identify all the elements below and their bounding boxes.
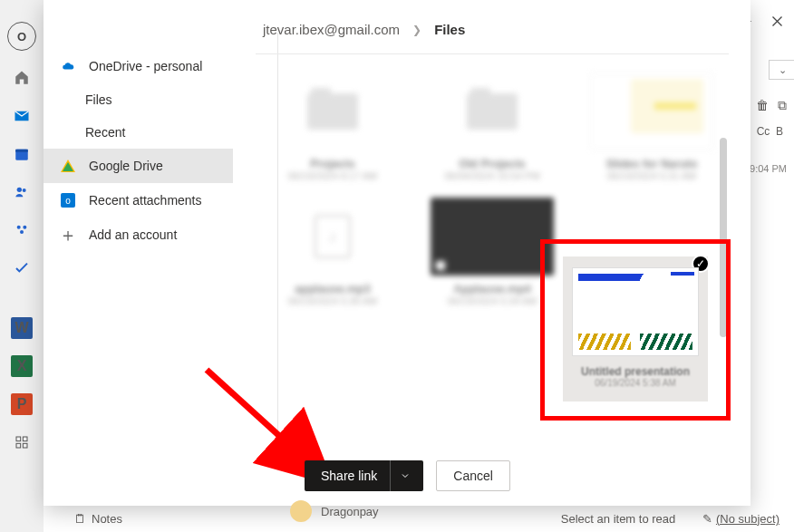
list-item-dragonpay[interactable]: Dragonpay xyxy=(290,500,379,522)
edit-icon[interactable]: ✎ xyxy=(702,512,712,526)
sidebar-item-add-account[interactable]: ＋ Add an account xyxy=(44,218,233,252)
sidebar-item-label: Recent attachments xyxy=(89,193,202,208)
sidebar-item-files[interactable]: Files xyxy=(44,83,233,116)
file-tile[interactable]: Old Projects 06/04/2024 10:54 PM xyxy=(419,73,566,181)
breadcrumb: jtevar.ibex@gmail.com ❯ Files xyxy=(256,0,729,54)
plus-icon: ＋ xyxy=(60,227,76,243)
svg-rect-10 xyxy=(23,443,27,448)
svg-point-2 xyxy=(17,188,22,192)
word-icon[interactable]: W xyxy=(11,317,33,339)
svg-rect-8 xyxy=(23,437,27,441)
sidebar-item-label: Recent xyxy=(85,125,125,140)
file-name: Applause.mp4 xyxy=(453,283,530,295)
cloud-icon xyxy=(60,58,76,74)
chevron-right-icon: ❯ xyxy=(412,24,421,36)
sidebar-item-google-drive[interactable]: Google Drive xyxy=(44,149,233,183)
more-apps-icon[interactable] xyxy=(11,431,33,453)
slides-thumb-icon xyxy=(590,73,713,150)
file-tile[interactable]: Projects 06/19/2024 8:17 AM xyxy=(259,73,406,181)
cancel-button[interactable]: Cancel xyxy=(436,460,510,491)
notes-icon[interactable]: 🗒 xyxy=(74,512,86,526)
home-icon[interactable] xyxy=(11,67,33,89)
avatar xyxy=(290,500,312,522)
breadcrumb-account[interactable]: jtevar.ibex@gmail.com xyxy=(263,22,400,37)
sidebar-item-recent[interactable]: Recent xyxy=(44,116,233,149)
highlighted-selection-annotation: ✓ Untitled presentation 06/19/2024 5:38 … xyxy=(540,239,731,421)
file-meta: 06/19/2024 5:34 AM xyxy=(448,295,537,306)
select-item-hint: Select an item to read xyxy=(561,512,675,526)
file-tile-selected[interactable]: ✓ Untitled presentation 06/19/2024 5:38 … xyxy=(563,256,708,401)
popout-icon[interactable]: ⧉ xyxy=(778,98,787,113)
powerpoint-icon[interactable]: P xyxy=(11,393,33,415)
file-name: Slides for Naruto xyxy=(606,158,698,170)
file-name: applause.mp3 xyxy=(295,283,370,295)
sidebar-item-label: Google Drive xyxy=(89,159,163,173)
svg-point-4 xyxy=(17,226,21,229)
svg-point-6 xyxy=(20,230,24,234)
google-drive-icon xyxy=(60,158,76,174)
sidebar-item-label: OneDrive - personal xyxy=(89,59,202,73)
share-link-button[interactable]: Share link xyxy=(305,460,423,491)
dialog-footer: Share link Cancel xyxy=(305,460,510,491)
file-tile[interactable]: ♪ applause.mp3 06/19/2024 5:36 AM xyxy=(259,198,406,306)
file-meta: 06/19/2024 5:38 AM xyxy=(572,378,699,388)
file-meta: 06/19/2024 5:36 AM xyxy=(288,295,377,306)
cloud-attach-dialog: OneDrive - personal Files Recent Google … xyxy=(44,0,750,506)
presentation-thumb-icon xyxy=(572,267,699,356)
dialog-sidebar: OneDrive - personal Files Recent Google … xyxy=(44,0,234,506)
outlook-badge-icon[interactable]: O xyxy=(7,22,36,51)
close-icon[interactable] xyxy=(769,13,785,29)
file-meta: 06/19/2024 8:17 AM xyxy=(288,170,377,181)
no-subject-link[interactable]: (No subject) xyxy=(716,512,779,526)
button-label: Share link xyxy=(321,469,377,483)
audio-file-icon: ♪ xyxy=(271,198,394,276)
list-item-label: Dragonpay xyxy=(321,505,379,518)
file-meta: 06/19/2024 5:31 AM xyxy=(607,170,696,181)
sidebar-item-recent-attachments[interactable]: o Recent attachments xyxy=(44,183,233,218)
svg-rect-7 xyxy=(16,437,21,441)
button-label: Cancel xyxy=(453,469,493,483)
svg-rect-1 xyxy=(15,150,28,152)
share-link-dropdown[interactable] xyxy=(390,460,411,491)
folder-icon xyxy=(431,73,554,150)
sidebar-item-onedrive[interactable]: OneDrive - personal xyxy=(44,49,233,83)
svg-rect-9 xyxy=(16,443,21,448)
todo-icon[interactable] xyxy=(11,257,33,279)
breadcrumb-current: Files xyxy=(434,22,465,37)
outlook-attach-icon: o xyxy=(60,192,76,208)
svg-point-5 xyxy=(23,226,26,229)
file-name: Projects xyxy=(310,158,354,170)
svg-point-3 xyxy=(23,189,26,192)
people-icon[interactable] xyxy=(11,181,33,203)
mail-icon[interactable] xyxy=(11,105,33,127)
file-meta: 06/04/2024 10:54 PM xyxy=(444,170,539,181)
app-rail: O W X P xyxy=(0,0,44,532)
file-name: Untitled presentation xyxy=(572,365,699,378)
folder-icon xyxy=(271,73,394,150)
calendar-icon[interactable] xyxy=(11,143,33,165)
sidebar-item-label: Files xyxy=(85,92,112,107)
file-tile[interactable]: Slides for Naruto 06/19/2024 5:31 AM xyxy=(578,73,725,181)
delete-icon[interactable]: 🗑 xyxy=(756,98,769,113)
notes-label[interactable]: Notes xyxy=(92,512,122,526)
bcc-button[interactable]: B xyxy=(776,125,783,138)
file-name: Old Projects xyxy=(459,158,526,170)
cc-button[interactable]: Cc xyxy=(757,125,770,138)
groups-icon[interactable] xyxy=(11,219,33,241)
excel-icon[interactable]: X xyxy=(11,355,33,377)
expand-chevron-icon[interactable]: ⌄ xyxy=(769,60,794,80)
video-file-icon xyxy=(431,198,554,276)
sidebar-item-label: Add an account xyxy=(89,227,177,242)
